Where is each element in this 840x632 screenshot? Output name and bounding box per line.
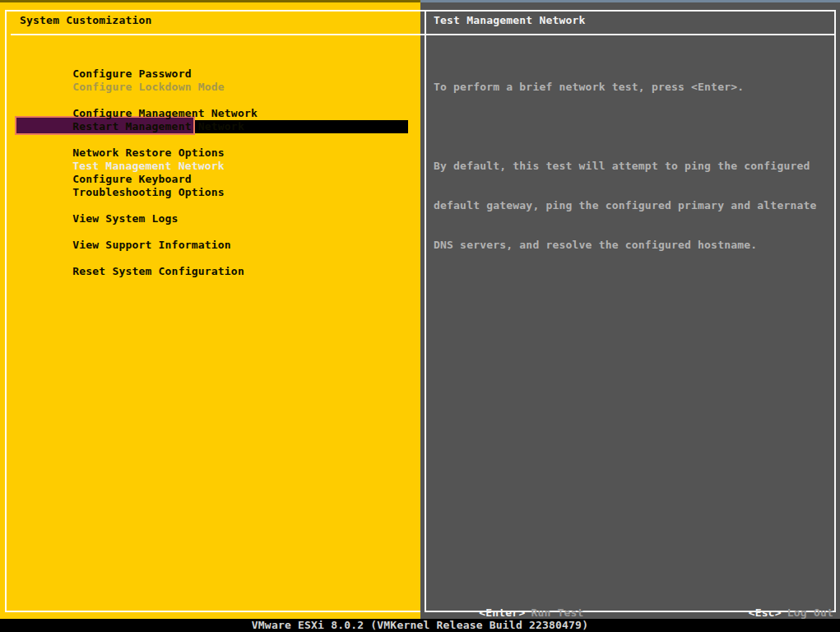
menu-item-configure-password[interactable]: Configure Password bbox=[0, 54, 420, 67]
key-hints-bar: <Enter>Run Test <Esc>Log Out bbox=[426, 593, 833, 606]
right-panel-title-divider bbox=[420, 34, 836, 35]
description-line: default gateway, ping the configured pri… bbox=[434, 199, 832, 212]
right-panel-border-top bbox=[420, 10, 836, 12]
right-panel-border-right bbox=[834, 10, 836, 612]
esc-action-label: Log Out bbox=[787, 606, 833, 619]
menu-item-label: Network Restore Options bbox=[72, 146, 225, 159]
left-panel-title: System Customization bbox=[20, 14, 152, 27]
blank-line bbox=[434, 120, 832, 133]
menu-item-label: View Support Information bbox=[72, 239, 231, 251]
menu-item-label: Configure Management Network bbox=[72, 107, 258, 119]
left-panel-border-bottom bbox=[5, 611, 420, 612]
test-description: To perform a brief network test, press <… bbox=[434, 54, 832, 278]
description-line: By default, this test will attempt to pi… bbox=[434, 160, 832, 173]
enter-key-hint: <Enter> bbox=[479, 606, 525, 619]
menu-item-troubleshooting-options[interactable]: Troubleshooting Options bbox=[0, 173, 420, 186]
menu-spacer bbox=[0, 212, 420, 225]
left-panel-title-divider bbox=[11, 34, 420, 35]
system-customization-menu: Configure Password Configure Lockdown Mo… bbox=[0, 54, 420, 265]
right-panel-top-edge bbox=[420, 0, 840, 2]
test-management-network-panel: Test Management Network To perform a bri… bbox=[420, 0, 840, 619]
menu-item-label: Restart Management Network bbox=[72, 120, 244, 132]
menu-item-label: Reset System Configuration bbox=[72, 265, 244, 277]
menu-item-label: Configure Password bbox=[72, 67, 191, 80]
menu-item-network-restore-options[interactable]: Network Restore Options bbox=[0, 133, 420, 146]
left-panel-top-edge bbox=[0, 0, 420, 2]
dcui-screen: System Customization Configure Password … bbox=[0, 0, 840, 632]
menu-item-label: Troubleshooting Options bbox=[72, 186, 225, 198]
menu-item-label: Configure Lockdown Mode bbox=[72, 81, 225, 93]
esxi-version-text: VMware ESXi 8.0.2 (VMKernel Release Buil… bbox=[252, 619, 588, 631]
menu-item-configure-management-network[interactable]: Configure Management Network bbox=[0, 94, 420, 107]
footer-bar: VMware ESXi 8.0.2 (VMKernel Release Buil… bbox=[0, 619, 840, 632]
menu-item-reset-system-configuration[interactable]: Reset System Configuration bbox=[0, 252, 420, 265]
intro-line: To perform a brief network test, press <… bbox=[434, 81, 832, 94]
esc-key-hint: <Esc> bbox=[749, 606, 782, 619]
left-panel-border-top bbox=[5, 10, 420, 12]
menu-item-label: Configure Keyboard bbox=[72, 173, 191, 185]
menu-item-label: View System Logs bbox=[72, 212, 178, 225]
description-line: DNS servers, and resolve the configured … bbox=[434, 239, 832, 252]
menu-item-view-support-information[interactable]: View Support Information bbox=[0, 225, 420, 239]
enter-action-label: Run Test bbox=[531, 606, 583, 619]
menu-item-label: Test Management Network bbox=[72, 160, 225, 172]
menu-item-view-system-logs[interactable]: View System Logs bbox=[0, 199, 420, 212]
menu-item-configure-lockdown-mode: Configure Lockdown Mode bbox=[0, 67, 420, 81]
right-panel-border-left bbox=[425, 10, 426, 612]
system-customization-panel: System Customization Configure Password … bbox=[0, 0, 420, 619]
right-panel-title: Test Management Network bbox=[434, 14, 586, 27]
